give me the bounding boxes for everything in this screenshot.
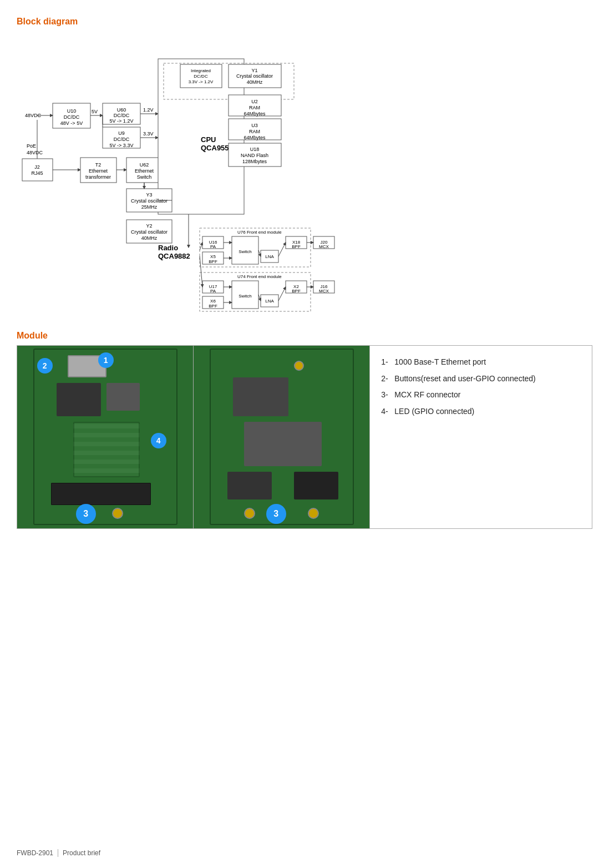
svg-text:LNA: LNA (265, 299, 274, 304)
svg-text:Crystal oscillator: Crystal oscillator (131, 229, 168, 235)
svg-text:U62: U62 (140, 162, 149, 168)
svg-text:5V -> 1.2V: 5V -> 1.2V (110, 118, 134, 124)
svg-text:40MHz: 40MHz (247, 79, 263, 85)
footer-id: FWBD-2901 (17, 849, 53, 857)
svg-text:PA: PA (210, 289, 216, 294)
footer-label: Product brief (63, 849, 100, 857)
svg-text:Ethernet: Ethernet (135, 168, 154, 174)
svg-text:DC/DC: DC/DC (64, 114, 80, 120)
svg-line-120 (278, 287, 286, 301)
front-pcb-photo: 1 2 4 3 (17, 346, 194, 529)
svg-text:DC/DC: DC/DC (194, 74, 208, 79)
svg-text:40MHz: 40MHz (141, 235, 158, 241)
svg-text:U9: U9 (118, 130, 125, 136)
list-item: 1- 1000 Base-T Ethernet port (381, 357, 581, 368)
svg-text:U10: U10 (67, 108, 77, 114)
svg-line-96 (258, 250, 261, 256)
svg-text:64Mbytes: 64Mbytes (243, 135, 266, 140)
svg-text:Switch: Switch (238, 249, 252, 254)
svg-text:U18: U18 (250, 147, 260, 152)
svg-text:BPF: BPF (292, 244, 301, 249)
svg-text:BPF: BPF (209, 259, 217, 264)
svg-line-124 (200, 256, 202, 287)
block-diagram-svg: PoE 48VDC J2 RJ45 T2 Ethernet transforme… (17, 31, 372, 314)
svg-text:NAND Flash: NAND Flash (241, 153, 268, 158)
svg-text:U2: U2 (251, 99, 258, 104)
item-number: 1- (381, 357, 394, 368)
item-number: 3- (381, 390, 394, 401)
svg-text:U60: U60 (117, 107, 126, 113)
svg-text:Crystal oscillator: Crystal oscillator (236, 73, 273, 79)
module-description: 1- 1000 Base-T Ethernet port 2- Buttons(… (370, 346, 592, 529)
list-item: 2- Buttons(reset and user-GPIO connected… (381, 374, 581, 385)
feature-list: 1- 1000 Base-T Ethernet port 2- Buttons(… (381, 357, 581, 417)
svg-text:RAM: RAM (249, 129, 260, 134)
svg-text:T2: T2 (95, 162, 101, 168)
svg-text:3.3V -> 1.2V: 3.3V -> 1.2V (189, 79, 214, 84)
svg-text:X5: X5 (210, 254, 216, 259)
svg-text:Y3: Y3 (146, 192, 152, 198)
svg-text:64Mbytes: 64Mbytes (243, 111, 266, 117)
item-number: 2- (381, 374, 394, 385)
item-text: LED (GPIO connected) (394, 406, 474, 417)
svg-text:X6: X6 (210, 299, 216, 304)
svg-text:25MHz: 25MHz (141, 204, 158, 210)
svg-text:QCA9557: QCA9557 (201, 144, 233, 152)
module-section: Module 1 2 (17, 331, 592, 529)
svg-text:U74 Front end module: U74 Front end module (237, 274, 282, 279)
block-diagram-container: PoE 48VDC J2 RJ45 T2 Ethernet transforme… (17, 31, 592, 320)
svg-text:PA: PA (210, 244, 216, 249)
svg-text:5V -> 3.3V: 5V -> 3.3V (110, 143, 134, 148)
item-number: 4- (381, 406, 394, 417)
module-table: 1 2 4 3 (17, 345, 592, 529)
svg-text:Y2: Y2 (146, 223, 152, 229)
svg-text:RJ45: RJ45 (31, 170, 43, 176)
svg-text:CPU: CPU (201, 135, 216, 144)
list-item: 3- MCX RF connector (381, 390, 581, 401)
footer: FWBD-2901 Product brief (17, 849, 100, 857)
svg-line-97 (278, 243, 286, 256)
list-item: 4- LED (GPIO connected) (381, 406, 581, 417)
item-text: MCX RF connector (394, 390, 460, 401)
svg-line-123 (200, 243, 202, 250)
footer-divider (58, 849, 58, 857)
svg-text:5V: 5V (92, 109, 98, 114)
svg-text:LNA: LNA (265, 254, 274, 259)
block-diagram-section: Block diagram PoE 48VDC J2 RJ45 T2 Ether… (17, 17, 592, 320)
svg-text:BPF: BPF (209, 304, 217, 309)
back-pcb-photo: 3 (194, 346, 370, 529)
svg-text:MCX: MCX (319, 244, 329, 249)
svg-text:U76 Front end module: U76 Front end module (237, 230, 282, 235)
svg-text:DC/DC: DC/DC (114, 137, 130, 142)
svg-text:1.2V: 1.2V (143, 107, 154, 113)
block-diagram-heading: Block diagram (17, 17, 592, 27)
item-text: Buttons(reset and user-GPIO connected) (394, 374, 535, 385)
svg-text:3.3V: 3.3V (143, 131, 154, 137)
svg-text:BPF: BPF (292, 289, 301, 294)
svg-text:128Mbytes: 128Mbytes (242, 159, 267, 164)
svg-text:Crystal oscillator: Crystal oscillator (131, 198, 168, 204)
svg-text:MCX: MCX (319, 289, 329, 294)
svg-text:Ethernet: Ethernet (89, 168, 108, 174)
svg-line-119 (258, 295, 261, 301)
item-text: 1000 Base-T Ethernet port (394, 357, 486, 368)
svg-text:Switch: Switch (238, 294, 252, 299)
svg-text:DC/DC: DC/DC (114, 113, 130, 118)
svg-text:PoE: PoE (27, 143, 36, 149)
svg-text:J2: J2 (34, 164, 40, 170)
svg-text:Integrated: Integrated (191, 68, 211, 73)
svg-text:Switch: Switch (137, 174, 152, 180)
svg-text:48V -> 5V: 48V -> 5V (60, 120, 83, 126)
svg-text:Y1: Y1 (251, 68, 257, 73)
svg-text:transformer: transformer (85, 174, 111, 180)
svg-text:QCA9882: QCA9882 (158, 252, 190, 260)
svg-text:RAM: RAM (249, 105, 260, 110)
module-heading: Module (17, 331, 592, 341)
svg-text:U3: U3 (251, 123, 258, 128)
svg-text:Radio: Radio (158, 244, 178, 252)
svg-text:48VDC: 48VDC (27, 150, 43, 155)
